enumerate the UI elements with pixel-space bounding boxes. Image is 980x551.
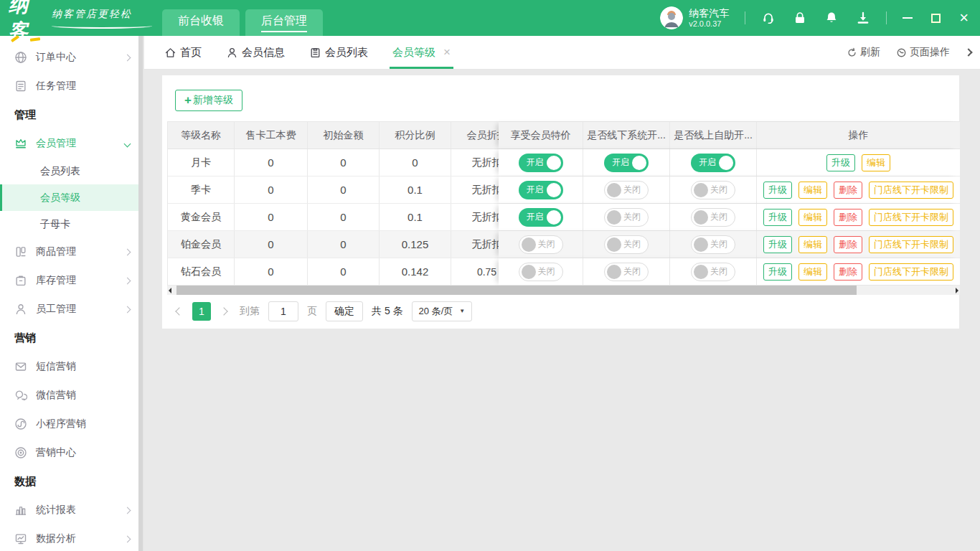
- scroll-right-icon[interactable]: [956, 288, 958, 293]
- pagination: 1 到第 页 确定 共 5 条 20 条/页 ▼: [176, 295, 959, 327]
- sidebar-item-marketing-center[interactable]: 营销中心: [0, 438, 143, 467]
- limit-button[interactable]: 门店线下开卡限制: [869, 182, 953, 199]
- toggle-label: 关闭: [538, 265, 555, 278]
- edit-button[interactable]: 编辑: [798, 263, 827, 281]
- delete-button[interactable]: 删除: [834, 263, 862, 281]
- delete-button[interactable]: 删除: [834, 209, 862, 226]
- next-page-icon[interactable]: [220, 307, 227, 315]
- upgrade-button[interactable]: 升级: [763, 236, 792, 253]
- tab-member-list[interactable]: 会员列表: [309, 36, 368, 69]
- crown-icon: [14, 137, 27, 150]
- toggle-knob: [607, 183, 621, 197]
- sidebar-item-inventory-manage[interactable]: 库存管理: [0, 266, 143, 295]
- sidebar-item-goods-manage[interactable]: 商品管理: [0, 237, 143, 266]
- divider: [745, 11, 745, 24]
- window-controls: ×: [903, 10, 969, 26]
- delete-button[interactable]: 删除: [834, 182, 862, 199]
- tab-member-level[interactable]: 会员等级×: [392, 36, 451, 69]
- support-icon[interactable]: [761, 11, 776, 25]
- tab-front-cashier[interactable]: 前台收银: [162, 9, 240, 36]
- toggle-switch-on[interactable]: 开启: [519, 208, 563, 227]
- toggle-switch-off[interactable]: 关闭: [604, 235, 649, 254]
- maximize-icon[interactable]: [931, 14, 941, 23]
- edit-button[interactable]: 编辑: [862, 154, 890, 171]
- card-fee-cell: 0: [235, 149, 308, 176]
- sidebar-item-multi-card[interactable]: 子母卡: [0, 211, 143, 237]
- goto-page-input[interactable]: [268, 301, 298, 321]
- toggle-label: 关闭: [623, 184, 641, 196]
- sidebar-item-member-manage[interactable]: 会员管理: [0, 129, 143, 158]
- header-cell: 享受会员特价: [499, 122, 583, 149]
- limit-button[interactable]: 门店线下开卡限制: [869, 263, 953, 281]
- bell-icon[interactable]: [824, 11, 839, 25]
- sidebar-scrollbar[interactable]: [138, 36, 143, 551]
- page-operations-button[interactable]: 页面操作: [896, 46, 950, 59]
- sidebar-item-order-center[interactable]: 订单中心: [0, 43, 143, 72]
- close-tab-icon[interactable]: ×: [443, 45, 451, 60]
- add-level-button[interactable]: + 新增等级: [175, 90, 242, 111]
- close-icon[interactable]: ×: [959, 10, 969, 26]
- toggle-switch-off[interactable]: 关闭: [691, 263, 735, 281]
- edit-button[interactable]: 编辑: [798, 209, 827, 226]
- confirm-button[interactable]: 确定: [326, 301, 363, 321]
- sidebar-item-member-list[interactable]: 会员列表: [0, 158, 143, 184]
- edit-button[interactable]: 编辑: [798, 236, 827, 253]
- wechat-icon: [14, 389, 27, 402]
- toggle-switch-off[interactable]: 关闭: [604, 208, 649, 227]
- toggle-switch-off[interactable]: 关闭: [519, 263, 563, 281]
- scroll-left-icon[interactable]: [169, 288, 171, 293]
- total-count-label: 共 5 条: [372, 305, 403, 318]
- expand-right-icon[interactable]: [964, 48, 972, 56]
- sidebar-item-data-analysis[interactable]: 数据分析: [0, 524, 143, 551]
- tab-member-info[interactable]: 会员信息: [226, 36, 285, 69]
- member-discount-cell: 无折扣: [451, 204, 499, 230]
- user-block[interactable]: 纳客汽车 v2.0.0.37: [660, 6, 729, 29]
- sidebar-item-sms-marketing[interactable]: 短信营销: [0, 352, 143, 381]
- toggle-switch-on[interactable]: 开启: [519, 154, 563, 172]
- upgrade-button[interactable]: 升级: [763, 209, 792, 226]
- points-ratio-cell: 0.1: [380, 176, 451, 203]
- limit-button[interactable]: 门店线下开卡限制: [869, 236, 953, 253]
- toggle-knob: [694, 237, 708, 252]
- sms-icon: [14, 360, 27, 373]
- toggle-knob: [632, 156, 646, 170]
- lock-icon[interactable]: [793, 11, 807, 25]
- sidebar-item-member-level[interactable]: 会员等级: [0, 184, 143, 211]
- download-icon[interactable]: [856, 11, 870, 25]
- upgrade-button[interactable]: 升级: [826, 154, 855, 171]
- sidebar-item-staff-manage[interactable]: 员工管理: [0, 295, 143, 324]
- sidebar-item-stats-report[interactable]: 统计报表: [0, 496, 143, 524]
- toggle-label: 关闭: [710, 265, 727, 278]
- toggle-switch-on[interactable]: 开启: [519, 181, 563, 199]
- delete-button[interactable]: 删除: [834, 236, 862, 253]
- toggle-switch-off[interactable]: 关闭: [604, 263, 649, 281]
- sidebar-item-task-manage[interactable]: 任务管理: [0, 72, 143, 100]
- toggle-cell: 关闭: [583, 231, 670, 258]
- toggle-switch-off[interactable]: 关闭: [691, 208, 735, 227]
- toggle-switch-off[interactable]: 关闭: [691, 181, 735, 199]
- list-icon: [309, 47, 321, 59]
- minimize-icon[interactable]: [903, 17, 913, 19]
- edit-button[interactable]: 编辑: [798, 182, 827, 199]
- page-number[interactable]: 1: [192, 302, 211, 321]
- sidebar-item-miniprogram-marketing[interactable]: 小程序营销: [0, 410, 143, 438]
- refresh-button[interactable]: 刷新: [847, 46, 880, 59]
- table-row: 铂金会员000.125无折扣关闭关闭关闭升级编辑删除门店线下开卡限制: [168, 231, 960, 258]
- upgrade-button[interactable]: 升级: [763, 263, 792, 281]
- per-page-select[interactable]: 20 条/页 ▼: [412, 301, 473, 321]
- toggle-switch-on[interactable]: 开启: [691, 154, 735, 172]
- prev-page-icon[interactable]: [175, 307, 183, 315]
- toggle-switch-off[interactable]: 关闭: [604, 181, 649, 199]
- sidebar-item-wechat-marketing[interactable]: 微信营销: [0, 381, 143, 410]
- avatar: [660, 6, 683, 29]
- inventory-icon: [14, 274, 27, 287]
- tab-backend-manage[interactable]: 后台管理: [245, 9, 323, 36]
- goto-prefix-label: 到第: [240, 305, 260, 318]
- toggle-switch-off[interactable]: 关闭: [519, 235, 563, 254]
- upgrade-button[interactable]: 升级: [763, 182, 792, 199]
- tab-home[interactable]: 首页: [164, 36, 202, 69]
- toggle-switch-on[interactable]: 开启: [604, 154, 649, 172]
- limit-button[interactable]: 门店线下开卡限制: [869, 209, 953, 226]
- toggle-switch-off[interactable]: 关闭: [691, 235, 735, 254]
- scrollbar-thumb[interactable]: [176, 286, 857, 295]
